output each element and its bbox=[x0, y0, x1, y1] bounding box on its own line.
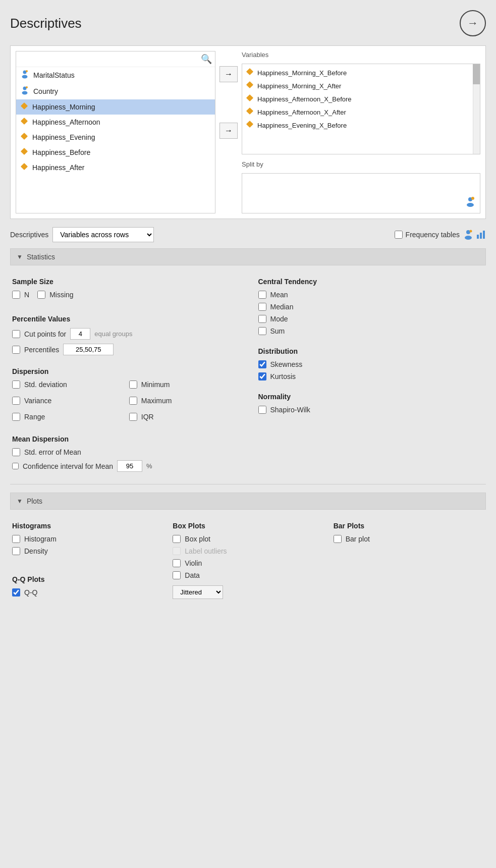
sample-size-title: Sample Size bbox=[12, 278, 238, 286]
median-row: Median bbox=[258, 303, 484, 311]
kurtosis-checkbox[interactable] bbox=[258, 372, 266, 381]
range-checkbox[interactable] bbox=[12, 413, 20, 421]
violin-checkbox[interactable] bbox=[173, 559, 181, 567]
range-row: Range bbox=[12, 413, 121, 421]
mean-label: Mean bbox=[270, 291, 288, 299]
label-outliers-checkbox[interactable] bbox=[173, 547, 181, 555]
mean-checkbox[interactable] bbox=[258, 291, 266, 299]
svg-point-17 bbox=[467, 203, 474, 207]
sum-row: Sum bbox=[258, 327, 484, 335]
list-item[interactable]: Happiness_Afternoon_X_Before bbox=[242, 92, 480, 105]
maximum-checkbox[interactable] bbox=[129, 397, 137, 405]
label-outliers-label: Label outliers bbox=[185, 547, 227, 555]
list-item[interactable]: Happiness_After bbox=[16, 160, 215, 175]
stats-right-col: Central Tendency Mean Median Mode Sum Di… bbox=[258, 274, 484, 476]
scrollbar[interactable] bbox=[473, 64, 480, 154]
data-row: Data bbox=[173, 571, 323, 579]
percent-label: % bbox=[146, 462, 152, 470]
svg-rect-24 bbox=[483, 231, 485, 239]
qq-row: Q-Q bbox=[12, 588, 162, 596]
diamond-icon bbox=[246, 68, 253, 77]
data-checkbox[interactable] bbox=[173, 571, 181, 579]
box-plot-checkbox[interactable] bbox=[173, 535, 181, 543]
minimum-checkbox[interactable] bbox=[129, 381, 137, 389]
search-icon[interactable]: 🔍 bbox=[201, 53, 212, 65]
qq-checkbox[interactable] bbox=[12, 588, 20, 596]
add-splitby-button[interactable]: → bbox=[219, 123, 238, 139]
jittered-container: Jittered Stacked bbox=[173, 583, 323, 599]
variance-label: Variance bbox=[24, 397, 51, 405]
svg-rect-14 bbox=[246, 107, 253, 115]
svg-rect-10 bbox=[21, 163, 28, 170]
diamond-icon bbox=[20, 117, 28, 127]
histogram-checkbox[interactable] bbox=[12, 535, 20, 543]
add-variables-button[interactable]: → bbox=[219, 66, 238, 82]
list-item[interactable]: Happiness_Afternoon bbox=[16, 115, 215, 130]
percentiles-input[interactable] bbox=[63, 344, 114, 355]
skewness-row: Skewness bbox=[258, 360, 484, 368]
list-item[interactable]: Happiness_Evening_X_Before bbox=[242, 119, 480, 132]
page-header: Descriptives → bbox=[10, 10, 486, 36]
variables-list: Happiness_Morning_X_Before Happiness_Mor… bbox=[242, 64, 480, 134]
density-row: Density bbox=[12, 547, 162, 555]
list-item[interactable]: Happiness_Morning bbox=[16, 99, 215, 115]
histogram-row: Histogram bbox=[12, 535, 162, 543]
list-item[interactable]: MaritalStatus bbox=[16, 67, 215, 83]
percentiles-checkbox[interactable] bbox=[12, 346, 20, 354]
list-item[interactable]: Happiness_Evening bbox=[16, 130, 215, 145]
sum-label: Sum bbox=[270, 327, 285, 335]
cut-points-input[interactable] bbox=[70, 328, 90, 340]
item-label: Country bbox=[33, 87, 58, 95]
std-deviation-checkbox[interactable] bbox=[12, 381, 20, 389]
cut-points-checkbox[interactable] bbox=[12, 330, 20, 338]
list-item[interactable]: Happiness_Before bbox=[16, 145, 215, 160]
bar-plots-title: Bar Plots bbox=[334, 522, 484, 530]
density-checkbox[interactable] bbox=[12, 547, 20, 555]
bar-plot-label: Bar plot bbox=[346, 535, 370, 543]
confidence-row: Confidence interval for Mean % bbox=[12, 460, 238, 472]
list-item[interactable]: Happiness_Morning_X_Before bbox=[242, 66, 480, 79]
std-error-checkbox[interactable] bbox=[12, 448, 20, 456]
descriptives-label: Descriptives bbox=[10, 231, 48, 239]
scrollbar-thumb bbox=[473, 64, 480, 84]
confidence-input[interactable] bbox=[117, 460, 142, 472]
mode-checkbox[interactable] bbox=[258, 315, 266, 323]
list-item[interactable]: Happiness_Afternoon_X_After bbox=[242, 105, 480, 119]
minimum-row: Minimum bbox=[129, 381, 238, 389]
person-icon bbox=[465, 196, 476, 210]
splitby-box bbox=[242, 173, 480, 213]
bar-plot-checkbox[interactable] bbox=[334, 535, 342, 543]
statistics-section-header[interactable]: ▼ Statistics bbox=[10, 248, 486, 265]
variance-checkbox[interactable] bbox=[12, 397, 20, 405]
shapiro-wilk-row: Shapiro-Wilk bbox=[258, 406, 484, 414]
run-button[interactable]: → bbox=[460, 10, 486, 36]
chevron-down-icon: ▼ bbox=[17, 498, 23, 505]
plots-section-header[interactable]: ▼ Plots bbox=[10, 493, 486, 510]
skewness-checkbox[interactable] bbox=[258, 360, 266, 368]
jittered-select[interactable]: Jittered Stacked bbox=[173, 585, 223, 599]
std-error-row: Std. error of Mean bbox=[12, 448, 238, 456]
diamond-icon bbox=[246, 81, 253, 90]
list-item[interactable]: Country bbox=[16, 83, 215, 99]
maximum-row: Maximum bbox=[129, 397, 238, 405]
freq-person-icon bbox=[463, 229, 474, 240]
list-item[interactable]: Happiness_Morning_X_After bbox=[242, 79, 480, 92]
freq-chart-icon bbox=[476, 230, 486, 240]
descriptives-dropdown[interactable]: Variables across rows Variables across c… bbox=[52, 227, 154, 242]
confidence-checkbox[interactable] bbox=[12, 463, 19, 469]
iqr-row: IQR bbox=[129, 413, 238, 421]
svg-point-20 bbox=[465, 236, 472, 240]
sum-checkbox[interactable] bbox=[258, 327, 266, 335]
item-label: Happiness_After bbox=[32, 164, 85, 172]
median-checkbox[interactable] bbox=[258, 303, 266, 311]
variables-label: Variables bbox=[242, 51, 480, 59]
iqr-checkbox[interactable] bbox=[129, 413, 137, 421]
stats-left-col: Sample Size N Missing Percentile Values … bbox=[12, 274, 238, 476]
shapiro-wilk-checkbox[interactable] bbox=[258, 406, 266, 414]
variance-row: Variance bbox=[12, 397, 121, 405]
frequency-tables-checkbox[interactable] bbox=[395, 231, 403, 239]
n-checkbox[interactable] bbox=[12, 291, 20, 299]
kurtosis-label: Kurtosis bbox=[270, 372, 296, 381]
item-label: Happiness_Before bbox=[32, 148, 90, 156]
missing-checkbox[interactable] bbox=[37, 291, 45, 299]
